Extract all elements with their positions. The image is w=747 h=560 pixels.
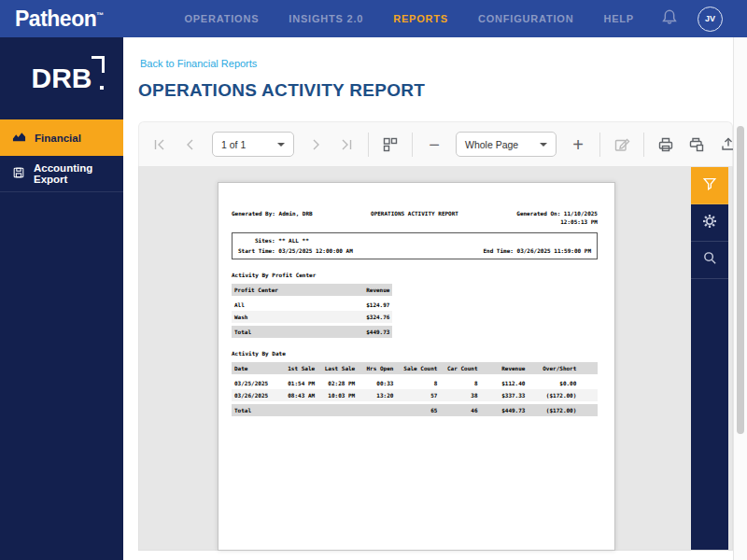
table-cell: 8 xyxy=(396,380,440,387)
viewer-toolbar: 1 of 1 − Whole Page xyxy=(138,121,733,166)
table-cell: 8 xyxy=(440,380,480,387)
rail-search-button[interactable] xyxy=(691,242,728,279)
report-criteria-box: Sites: ** ALL ** Start Time: 03/25/2025 … xyxy=(232,232,598,259)
nav-item-operations[interactable]: OPERATIONS xyxy=(184,13,259,24)
toolbar-separator xyxy=(412,133,413,157)
next-page-button[interactable] xyxy=(306,135,325,154)
sidebar-item-label: Financial xyxy=(35,133,81,144)
table-cell: All xyxy=(232,301,328,309)
activity-by-date-table: Date1st SaleLast SaleHrs OpenSale CountC… xyxy=(232,362,598,416)
table-cell: Sale Count xyxy=(396,365,440,372)
table-cell: 08:43 AM xyxy=(279,392,317,399)
nav-item-help[interactable]: HELP xyxy=(603,13,634,24)
table-cell: Total xyxy=(232,329,328,336)
table-cell xyxy=(358,407,396,414)
table-cell: 02:28 PM xyxy=(317,380,358,387)
report-side-rail xyxy=(691,167,728,550)
notifications-button[interactable] xyxy=(660,7,679,30)
table-cell: $124.97 xyxy=(328,301,392,309)
accounting-export-icon xyxy=(12,166,25,181)
table-cell: Date xyxy=(232,365,279,372)
top-nav: Patheon™ OPERATIONS INSIGHTS 2.0 REPORTS… xyxy=(0,0,747,37)
table-header-row: Profit CenterRevenue xyxy=(232,284,392,296)
chevron-down-icon xyxy=(540,143,547,147)
end-time: End Time: 03/26/2025 11:59:00 PM xyxy=(483,246,591,255)
table-cell: 10:03 PM xyxy=(317,392,358,399)
sidebar-item-label: Accounting Export xyxy=(34,162,123,185)
print-all-pages-button[interactable] xyxy=(687,135,706,154)
zoom-level-value: Whole Page xyxy=(465,139,518,150)
table-cell: Car Count xyxy=(440,365,480,372)
table-row: 03/26/202508:43 AM10:03 PM13:205738$337.… xyxy=(232,389,598,401)
time-range-line: Start Time: 03/25/2025 12:00:00 AM End T… xyxy=(238,246,591,255)
table-cell: Over/Short xyxy=(528,365,579,372)
table-row: Wash$324.76 xyxy=(232,311,392,323)
report-header: Generated By: Admin, DRB OPERATIONS ACTI… xyxy=(232,209,598,226)
report-viewer: 1 of 1 − Whole Page xyxy=(138,121,733,551)
page-layout-button[interactable] xyxy=(381,135,400,154)
table-cell: $324.76 xyxy=(328,314,392,321)
zoom-in-button[interactable]: + xyxy=(569,135,587,154)
nav-item-configuration[interactable]: CONFIGURATION xyxy=(478,13,573,24)
table-cell: Hrs Open xyxy=(358,365,396,372)
table-cell: 03/25/2025 xyxy=(232,380,279,387)
profit-center-table: Profit CenterRevenueAll$124.97Wash$324.7… xyxy=(232,284,392,338)
table-row: All$124.97 xyxy=(232,299,392,311)
settings-button[interactable] xyxy=(691,204,728,242)
app-window: Patheon™ OPERATIONS INSIGHTS 2.0 REPORTS… xyxy=(0,0,747,560)
print-button[interactable] xyxy=(656,135,675,154)
gear-icon xyxy=(701,213,718,233)
report-content: Generated By: Admin, DRB OPERATIONS ACTI… xyxy=(218,183,614,550)
first-page-button[interactable] xyxy=(150,135,169,154)
last-page-button[interactable] xyxy=(337,135,356,154)
user-avatar[interactable]: JV xyxy=(698,7,723,32)
toolbar-separator xyxy=(599,133,600,157)
sidebar-item-financial[interactable]: Financial xyxy=(0,119,123,156)
table-cell: 1st Sale xyxy=(279,365,317,372)
edit-report-button[interactable] xyxy=(613,135,631,154)
zoom-out-button[interactable]: − xyxy=(425,135,444,154)
zoom-level-dropdown[interactable]: Whole Page xyxy=(456,132,557,157)
trademark-symbol: ™ xyxy=(96,11,104,20)
table-cell: $337.33 xyxy=(481,392,529,399)
generated-by: Generated By: Admin, DRB xyxy=(232,209,313,217)
table-cell: ($172.00) xyxy=(528,407,579,414)
sidebar-item-accounting-export[interactable]: Accounting Export xyxy=(0,156,123,192)
chevron-down-icon xyxy=(277,143,285,147)
page-title: OPERATIONS ACTIVITY REPORT xyxy=(138,80,425,101)
nav-item-insights[interactable]: INSIGHTS 2.0 xyxy=(289,13,363,24)
table-cell: Profit Center xyxy=(232,287,328,294)
main-content: Back to Financial Reports OPERATIONS ACT… xyxy=(123,37,747,560)
back-to-financial-reports-link[interactable]: Back to Financial Reports xyxy=(140,58,257,69)
bell-icon xyxy=(660,7,679,30)
page-selector-dropdown[interactable]: 1 of 1 xyxy=(212,132,294,157)
table-row: 03/25/202501:54 PM02:28 PM00:3388$112.40… xyxy=(232,377,598,389)
patheon-logo: Patheon™ xyxy=(15,7,104,32)
table-cell xyxy=(317,407,358,414)
table-cell: 03/26/2025 xyxy=(232,392,279,399)
report-page: Generated By: Admin, DRB OPERATIONS ACTI… xyxy=(218,182,615,551)
sidebar: DRB Financial Accounting Export xyxy=(0,37,123,560)
filter-icon xyxy=(702,176,717,195)
generated-on: Generated On: 11/10/2025 12:05:13 PM xyxy=(516,209,598,226)
table-cell: 13:20 xyxy=(358,392,396,399)
nav-item-reports[interactable]: REPORTS xyxy=(393,13,448,24)
top-nav-menu: OPERATIONS INSIGHTS 2.0 REPORTS CONFIGUR… xyxy=(184,13,634,24)
table-cell: 57 xyxy=(396,392,440,399)
report-title: OPERATIONS ACTIVITY REPORT xyxy=(371,209,458,217)
table-cell: 46 xyxy=(440,407,480,414)
table-cell: $449.73 xyxy=(481,407,529,414)
search-icon xyxy=(702,250,718,270)
vertical-scrollbar xyxy=(733,37,747,560)
table-cell: ($172.00) xyxy=(528,392,579,399)
drb-logo: DRB xyxy=(0,37,123,119)
table-cell: $112.40 xyxy=(481,380,529,387)
date-section-title: Activity By Date xyxy=(232,349,598,357)
financial-chart-icon xyxy=(12,130,26,146)
table-cell: 01:54 PM xyxy=(279,380,317,387)
filter-button[interactable] xyxy=(691,167,728,204)
table-cell xyxy=(279,407,317,414)
scrollbar-thumb[interactable] xyxy=(737,126,744,434)
previous-page-button[interactable] xyxy=(181,135,200,154)
table-header-row: Date1st SaleLast SaleHrs OpenSale CountC… xyxy=(232,362,598,374)
